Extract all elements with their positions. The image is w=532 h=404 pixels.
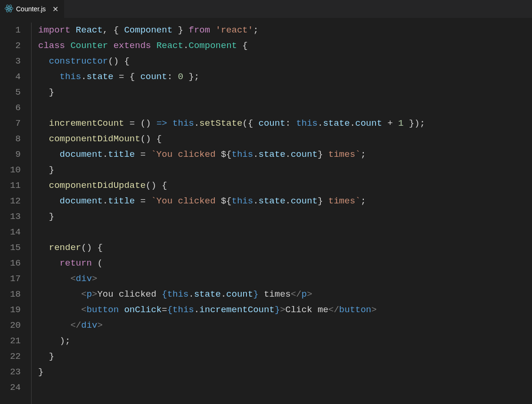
code-line[interactable]	[38, 225, 425, 240]
code-line[interactable]: document.title = `You clicked ${this.sta…	[38, 147, 425, 162]
code-line[interactable]	[38, 380, 425, 396]
code-line[interactable]: return (	[38, 256, 425, 271]
tab-bar: Counter.js ✕	[0, 0, 532, 18]
line-number: 5	[0, 85, 21, 100]
code-content[interactable]: import React, { Component } from 'react'…	[31, 23, 425, 404]
code-line[interactable]: componentDidMount() {	[38, 131, 425, 147]
line-number: 17	[0, 271, 21, 287]
code-line[interactable]: class Counter extends React.Component {	[38, 38, 425, 54]
code-line[interactable]: <div>	[38, 271, 425, 287]
code-line[interactable]: incrementCount = () => this.setState({ c…	[38, 116, 425, 131]
line-number: 10	[0, 162, 21, 178]
line-number: 1	[0, 23, 21, 38]
tab-filename: Counter.js	[16, 5, 46, 13]
code-line[interactable]: <button onClick={this.incrementCount}>Cl…	[38, 302, 425, 318]
line-number: 23	[0, 364, 21, 380]
line-number: 18	[0, 287, 21, 302]
line-number: 24	[0, 380, 21, 396]
code-line[interactable]: </div>	[38, 318, 425, 333]
line-number: 21	[0, 333, 21, 349]
code-line[interactable]	[38, 100, 425, 116]
code-line[interactable]: }	[38, 364, 425, 380]
code-line[interactable]: render() {	[38, 240, 425, 256]
code-line[interactable]: document.title = `You clicked ${this.sta…	[38, 194, 425, 209]
code-line[interactable]: );	[38, 333, 425, 349]
line-number: 20	[0, 318, 21, 333]
close-icon[interactable]: ✕	[51, 4, 59, 15]
line-number: 12	[0, 194, 21, 209]
line-number: 22	[0, 349, 21, 364]
line-number: 11	[0, 178, 21, 194]
react-icon	[5, 4, 13, 14]
code-editor[interactable]: 123456789101112131415161718192021222324 …	[0, 18, 532, 404]
code-line[interactable]: }	[38, 349, 425, 364]
line-number: 4	[0, 69, 21, 85]
line-number: 13	[0, 209, 21, 225]
svg-point-0	[8, 8, 9, 9]
line-number: 9	[0, 147, 21, 162]
code-line[interactable]: }	[38, 162, 425, 178]
code-line[interactable]: componentDidUpdate() {	[38, 178, 425, 194]
line-number: 6	[0, 100, 21, 116]
line-number: 19	[0, 302, 21, 318]
line-number: 3	[0, 54, 21, 69]
code-line[interactable]: }	[38, 209, 425, 225]
code-line[interactable]: constructor() {	[38, 54, 425, 69]
line-number: 7	[0, 116, 21, 131]
code-line[interactable]: }	[38, 85, 425, 100]
line-number: 16	[0, 256, 21, 271]
line-number: 2	[0, 38, 21, 54]
code-line[interactable]: import React, { Component } from 'react'…	[38, 23, 425, 38]
tab-counter-js[interactable]: Counter.js ✕	[0, 0, 65, 18]
line-number: 8	[0, 131, 21, 147]
code-line[interactable]: <p>You clicked {this.state.count} times<…	[38, 287, 425, 302]
line-number: 14	[0, 225, 21, 240]
line-number-gutter: 123456789101112131415161718192021222324	[0, 23, 31, 404]
code-line[interactable]: this.state = { count: 0 };	[38, 69, 425, 85]
line-number: 15	[0, 240, 21, 256]
